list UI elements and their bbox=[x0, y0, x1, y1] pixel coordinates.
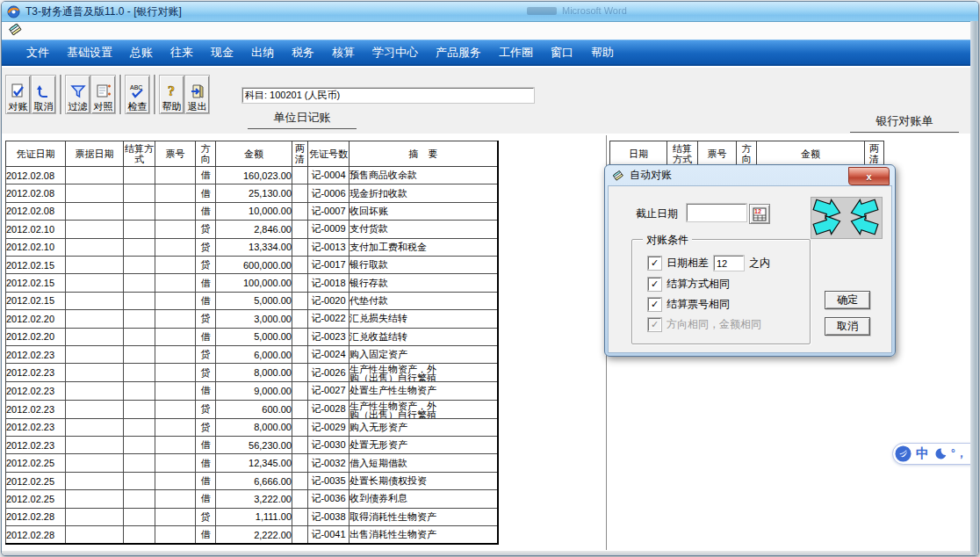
table-row[interactable]: 2012.02.25借12,345.00记-0032借入短期借款 bbox=[6, 454, 498, 472]
filter-icon bbox=[69, 82, 87, 101]
filter-button[interactable]: 过滤 bbox=[65, 75, 90, 114]
dialog-body: 截止日期 12 bbox=[608, 185, 892, 353]
ime-lang-toggle[interactable]: 中 bbox=[916, 445, 929, 462]
exit-icon bbox=[189, 82, 206, 101]
compare-button[interactable]: 对照 bbox=[90, 75, 116, 114]
menu-item[interactable]: 往来 bbox=[162, 45, 202, 61]
menu-item[interactable]: 文件 bbox=[18, 45, 58, 61]
app-window: T3-财务通普及版11.0 - [银行对账] Microsoft Word 文件… bbox=[1, 1, 979, 556]
exit-button[interactable]: 退出 bbox=[184, 75, 210, 114]
menu-item[interactable]: 产品服务 bbox=[427, 45, 490, 61]
conditions-group: 对账条件 ✓ 日期相差 之内 ✓ 结算方式相同 ✓ 结算票号相同 ✓ 方 bbox=[631, 239, 811, 344]
column-header: 结算方式 bbox=[667, 141, 698, 167]
document-tag-icon bbox=[7, 21, 23, 37]
checkbox-checked-icon[interactable]: ✓ bbox=[648, 298, 661, 311]
table-row[interactable]: 2012.02.25借6,666.00记-0035处置长期债权投资 bbox=[6, 472, 498, 489]
table-row[interactable]: 2012.02.08借10,000.00记-0007收回坏账 bbox=[6, 202, 498, 220]
column-header: 票号 bbox=[698, 141, 737, 167]
menu-bar: 文件基础设置总账往来现金出纳税务核算学习中心产品服务工作圈窗口帮助 bbox=[2, 40, 978, 66]
checkbox-checked-disabled-icon: ✓ bbox=[648, 318, 661, 331]
help-button[interactable]: ? 帮助 bbox=[159, 75, 184, 114]
toolbar-separator bbox=[154, 75, 155, 114]
svg-text:ABC: ABC bbox=[130, 84, 142, 90]
deadline-input[interactable] bbox=[687, 204, 746, 221]
date-picker-button[interactable]: 12 bbox=[749, 204, 770, 224]
table-row[interactable]: 2012.02.28贷1,111.00记-0038取得消耗性生物资产 bbox=[6, 508, 498, 525]
table-row[interactable]: 2012.02.08借160,023.00记-0004预售商品收余款 bbox=[6, 167, 498, 184]
menu-item[interactable]: 核算 bbox=[323, 45, 364, 61]
reconcile-button[interactable]: 对账 bbox=[5, 75, 31, 114]
menu-item[interactable]: 现金 bbox=[202, 45, 242, 61]
condition-settle-method: ✓ 结算方式相同 bbox=[648, 277, 730, 292]
column-header: 票据日期 bbox=[66, 141, 124, 167]
window-bottom-frame bbox=[2, 551, 978, 555]
cancel-button[interactable]: 取消 bbox=[825, 317, 870, 336]
dialog-title-bar[interactable]: 自动对账 x bbox=[605, 165, 895, 185]
condition-direction-amount: ✓ 方向相同，金额相同 bbox=[648, 317, 761, 332]
toolbar-separator bbox=[60, 75, 61, 114]
table-row[interactable]: 2012.02.23贷6,000.00记-0024购入固定资产 bbox=[6, 345, 498, 363]
table-row[interactable]: 2012.02.23贷8,000.00记-0026生产性生物资产，外 购（出售）… bbox=[6, 364, 498, 382]
table-row[interactable]: 2012.02.10贷2,846.00记-0009支付货款 bbox=[6, 221, 498, 238]
window-title: T3-财务通普及版11.0 - [银行对账] bbox=[25, 4, 182, 19]
menu-item[interactable]: 基础设置 bbox=[58, 45, 121, 61]
unit-journal-panel: 凭证日期票据日期结算方式票号方向金额两清凭证号数摘 要 2012.02.08借1… bbox=[2, 135, 606, 550]
table-row[interactable]: 2012.02.20贷3,000.00记-0022汇兑损失结转 bbox=[6, 310, 498, 328]
help-icon: ? bbox=[163, 82, 181, 101]
checkbox-checked-icon[interactable]: ✓ bbox=[648, 278, 661, 291]
column-header: 金额 bbox=[757, 141, 865, 167]
table-row[interactable]: 2012.02.15借5,000.00记-0020代垫付款 bbox=[6, 292, 498, 309]
column-header: 票号 bbox=[155, 141, 196, 167]
menu-item[interactable]: 总账 bbox=[121, 45, 162, 61]
ime-logo-icon[interactable] bbox=[895, 445, 912, 462]
app-logo-icon bbox=[7, 5, 20, 18]
unit-journal-table: 凭证日期票据日期结算方式票号方向金额两清凭证号数摘 要 2012.02.08借1… bbox=[5, 141, 499, 545]
column-header: 日期 bbox=[610, 141, 667, 167]
table-row[interactable]: 2012.02.28借2,222.00记-0041出售消耗性生物资产 bbox=[6, 526, 498, 545]
menu-item[interactable]: 帮助 bbox=[582, 45, 623, 61]
column-header: 两清 bbox=[292, 141, 308, 167]
table-row[interactable]: 2012.02.23借56,230.00记-0030处置无形资产 bbox=[6, 437, 498, 454]
menu-item[interactable]: 学习中心 bbox=[364, 45, 427, 61]
date-diff-input[interactable] bbox=[714, 256, 744, 271]
column-header: 凭证号数 bbox=[308, 141, 349, 167]
ok-button[interactable]: 确定 bbox=[825, 291, 870, 309]
menu-item[interactable]: 税务 bbox=[283, 45, 323, 61]
moon-icon[interactable] bbox=[933, 447, 947, 460]
column-header: 凭证日期 bbox=[6, 141, 66, 167]
table-row[interactable]: 2012.02.23借9,000.00记-0027处置生产性生物资产 bbox=[6, 382, 498, 400]
subject-field[interactable]: 科目: 100201 (人民币) bbox=[242, 88, 534, 103]
unit-journal-title: 单位日记账 bbox=[248, 110, 357, 129]
table-row[interactable]: 2012.02.08借25,130.00记-0006现金折扣收款 bbox=[6, 184, 498, 202]
window-right-frame bbox=[970, 21, 978, 555]
close-icon[interactable]: x bbox=[848, 167, 890, 185]
dialog-tag-icon bbox=[611, 169, 624, 182]
table-row[interactable]: 2012.02.20借5,000.00记-0023汇兑收益结转 bbox=[6, 328, 498, 345]
calendar-icon: 12 bbox=[753, 207, 767, 221]
dialog-title: 自动对账 bbox=[630, 168, 672, 183]
check-abc-icon: ABC bbox=[128, 82, 148, 101]
checkbox-checked-icon[interactable]: ✓ bbox=[648, 257, 661, 270]
column-header: 方向 bbox=[196, 141, 216, 167]
menu-item[interactable]: 工作圈 bbox=[490, 45, 542, 61]
ime-punct-toggle[interactable]: °， bbox=[951, 446, 968, 461]
undo-icon bbox=[35, 82, 53, 101]
toolbar-buttons: 对账 取消 过滤 对照 bbox=[5, 75, 210, 114]
converging-arrows-icon bbox=[811, 198, 880, 236]
cancel-button[interactable]: 取消 bbox=[31, 75, 56, 114]
table-row[interactable]: 2012.02.15借100,000.00记-0018银行存款 bbox=[6, 274, 498, 292]
conditions-group-label: 对账条件 bbox=[643, 233, 692, 248]
inspect-button[interactable]: ABC 检查 bbox=[125, 75, 150, 114]
table-row[interactable]: 2012.02.25借3,222.00记-0036收到债券利息 bbox=[6, 490, 498, 508]
menu-item[interactable]: 窗口 bbox=[542, 45, 582, 61]
menu-item[interactable]: 出纳 bbox=[242, 45, 283, 61]
table-row[interactable]: 2012.02.23贷600.00记-0028生产性生物资产，外 购（出售）自行… bbox=[6, 400, 498, 418]
table-row[interactable]: 2012.02.15贷600,000.00记-0017银行取款 bbox=[6, 256, 498, 273]
table-row[interactable]: 2012.02.23贷8,000.00记-0029购入无形资产 bbox=[6, 418, 498, 436]
table-row[interactable]: 2012.02.10贷13,334.00记-0013支付加工费和税金 bbox=[6, 238, 498, 256]
compare-icon bbox=[95, 82, 112, 101]
ime-bar: 中 °， bbox=[892, 443, 976, 465]
table-header-row: 日期结算方式票号方向金额两清 bbox=[610, 141, 884, 167]
svg-text:12: 12 bbox=[754, 208, 761, 214]
toolbar-separator bbox=[119, 75, 121, 114]
